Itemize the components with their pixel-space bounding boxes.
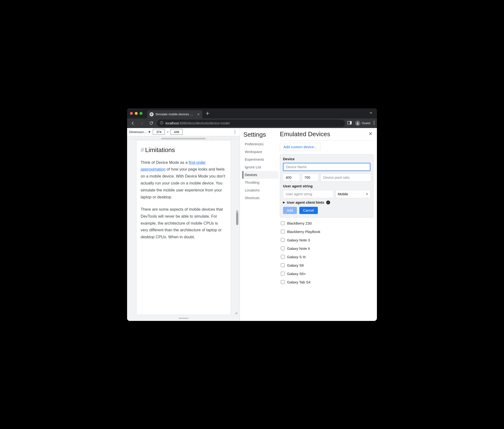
hash-icon: # [141,146,144,153]
settings-nav-item-shortcuts[interactable]: Shortcuts [242,194,279,202]
add-button[interactable]: Add [283,207,297,214]
device-checkbox[interactable] [281,263,285,267]
caret-down-icon: ▼ [148,130,151,134]
device-options-button[interactable] [232,129,238,135]
height-input[interactable] [171,129,183,135]
guest-label: Guest [362,121,370,125]
info-icon[interactable]: i [326,201,330,205]
svg-rect-2 [162,123,162,124]
settings-nav-item-throttling[interactable]: Throttling [242,179,279,186]
triangle-right-icon: ▶ [283,201,285,204]
ruler [128,136,239,140]
bottom-resize-handle[interactable] [128,317,238,320]
device-label: Device [283,157,370,161]
browser-menu-button[interactable] [374,121,375,126]
device-list-item[interactable]: Galaxy Tab S4 [280,278,374,286]
site-info-icon[interactable] [160,121,164,125]
paragraph-1: Think of Device Mode as a first-order ap… [141,159,226,201]
minimize-window-button[interactable] [135,112,138,115]
close-window-button[interactable] [130,112,133,115]
device-list-item[interactable]: Galaxy Note 3 [280,236,374,244]
device-list-item[interactable]: BlackBerry Z30 [280,219,374,227]
back-button[interactable] [129,120,136,127]
caret-down-icon: ▼ [366,193,368,196]
paragraph-2: There are some aspects of mobile devices… [141,206,226,241]
device-checkbox[interactable] [281,280,285,284]
device-form: Device User agent string Mobile [280,154,374,218]
device-list-item[interactable]: Blackberry PlayBook [280,227,374,236]
settings-nav-item-devices[interactable]: Devices [242,171,279,179]
device-list-item[interactable]: Galaxy S III [280,253,374,261]
device-name-label: Galaxy Note II [287,246,310,250]
dimensions-label: Dimension… [129,130,147,134]
ua-client-hints-toggle[interactable]: ▶ User agent client hints i [283,201,370,205]
svg-point-1 [162,122,162,123]
device-checkbox[interactable] [281,238,285,242]
settings-main: Emulated Devices ✕ Add custom device... … [279,128,377,321]
settings-nav-item-experiments[interactable]: Experiments [242,156,279,163]
device-checkbox[interactable] [281,246,285,250]
user-agent-input[interactable] [283,190,334,198]
svg-point-6 [374,121,374,122]
device-width-input[interactable] [283,173,300,182]
device-name-label: Galaxy S III [287,255,306,259]
settings-nav-item-locations[interactable]: Locations [242,186,279,194]
settings-nav-item-ignore-list[interactable]: Ignore List [242,163,279,171]
viewport-wrap: #Limitations Think of Device Mode as a f… [127,141,240,316]
device-height-input[interactable] [302,173,319,182]
divider [280,140,374,141]
profile-button[interactable]: Guest [355,121,370,126]
device-name-label: BlackBerry Z30 [287,221,312,225]
omnibox[interactable]: localhost:8080/docs/devtools/device-mode… [157,120,345,127]
close-tab-icon[interactable]: ✕ [197,112,200,116]
browser-tab[interactable]: Simulate mobile devices with D ✕ [147,110,202,118]
device-name-label: Galaxy Tab S4 [287,280,310,284]
page-heading: #Limitations [141,146,226,154]
settings-nav-item-preferences[interactable]: Preferences [242,140,279,148]
cancel-button[interactable]: Cancel [299,207,318,214]
device-pixel-ratio-input[interactable] [320,173,371,182]
maximize-window-button[interactable] [140,112,143,115]
svg-point-10 [235,132,235,132]
device-list: BlackBerry Z30Blackberry PlayBookGalaxy … [280,219,374,286]
reload-button[interactable] [148,120,154,127]
url-text: localhost:8080/docs/devtools/device-mode… [165,121,230,125]
device-checkbox[interactable] [281,230,285,233]
resize-handle[interactable] [234,311,238,315]
device-mode-pane: Dimension… ▼ × #Limitations Think of D [127,128,240,321]
emulated-devices-title: Emulated Devices [280,130,368,140]
device-name-label: Galaxy S9+ [287,272,306,276]
add-custom-device-button[interactable]: Add custom device... [280,143,320,151]
user-agent-type-select[interactable]: Mobile ▼ [336,190,370,198]
close-settings-button[interactable]: ✕ [368,130,374,137]
device-name-input[interactable] [283,163,370,171]
forward-button[interactable] [139,120,145,127]
svg-point-8 [374,124,374,125]
width-input[interactable] [153,129,165,135]
guest-avatar-icon [355,121,360,126]
device-name-label: Galaxy S8 [287,263,304,267]
device-list-item[interactable]: Galaxy Note II [280,244,374,253]
scrollbar-thumb[interactable] [236,213,238,225]
content-area: Dimension… ▼ × #Limitations Think of D [127,128,377,321]
device-list-item[interactable]: Galaxy S9+ [280,269,374,278]
svg-point-9 [235,130,235,131]
device-name-label: Blackberry PlayBook [287,230,320,234]
new-tab-button[interactable] [204,110,211,117]
device-checkbox[interactable] [281,255,285,259]
tabs-dropdown-button[interactable] [368,111,374,116]
device-checkbox[interactable] [281,272,285,276]
chrome-favicon-icon [150,112,153,116]
svg-point-7 [374,122,374,123]
emulated-viewport[interactable]: #Limitations Think of Device Mode as a f… [136,141,231,315]
settings-nav-item-workspace[interactable]: Workspace [242,148,279,156]
device-toolbar: Dimension… ▼ × [127,128,240,136]
user-agent-label: User agent string [283,184,370,188]
devtools-dock-icon[interactable] [347,121,352,126]
svg-point-5 [357,122,359,123]
device-checkbox[interactable] [281,221,285,225]
device-list-item[interactable]: Galaxy S8 [280,261,374,269]
dimensions-dropdown[interactable]: Dimension… ▼ [129,130,151,134]
grip-icon [179,318,188,319]
address-bar: localhost:8080/docs/devtools/device-mode… [127,118,377,128]
